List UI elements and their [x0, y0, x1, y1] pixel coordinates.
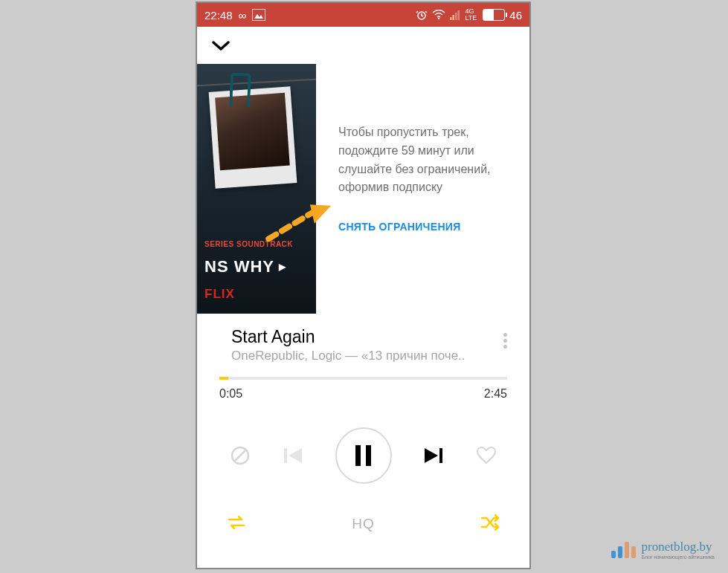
album-series-text: SERIES SOUNDTRACK [204, 240, 293, 248]
infinity-icon: ∞ [239, 9, 247, 22]
phone-screenshot: 22:48 ∞ 4GLTE 46 SERIES SOUNDTRACK NS WH… [196, 1, 531, 569]
track-artist: OneRepublic, Logic — «13 причин поче.. [231, 349, 503, 363]
watermark-text: pronetblog.by [642, 540, 715, 554]
more-options-button[interactable] [503, 327, 507, 349]
svg-marker-11 [289, 448, 302, 463]
time-elapsed: 0:05 [219, 387, 242, 401]
next-button[interactable] [421, 444, 445, 467]
repeat-button[interactable] [225, 514, 248, 534]
svg-rect-4 [450, 17, 452, 20]
lte-indicator: 4GLTE [465, 8, 477, 22]
content-area: SERIES SOUNDTRACK NS WHY▶ FLIX Чтобы про… [197, 64, 529, 314]
promo-message: Чтобы пропустить трек, подождите 59 мину… [338, 123, 509, 197]
shuffle-button[interactable] [479, 514, 501, 534]
player-top-bar [197, 27, 529, 64]
like-button[interactable] [474, 444, 498, 467]
wifi-icon [432, 10, 445, 20]
alarm-icon [416, 9, 428, 21]
album-title-text: NS WHY▶ [204, 257, 286, 276]
status-time: 22:48 [204, 9, 233, 22]
album-art[interactable]: SERIES SOUNDTRACK NS WHY▶ FLIX [197, 64, 316, 314]
previous-button[interactable] [282, 444, 306, 467]
collapse-icon[interactable] [210, 34, 231, 57]
progress-section: 0:05 2:45 [197, 368, 529, 401]
signal-icon [450, 10, 460, 20]
album-brand-text: FLIX [204, 287, 235, 302]
svg-rect-7 [458, 10, 460, 20]
svg-rect-5 [453, 15, 455, 20]
image-icon [252, 9, 265, 21]
svg-marker-1 [254, 14, 263, 19]
svg-rect-6 [455, 13, 457, 20]
bottom-controls: HQ [197, 484, 529, 534]
svg-point-3 [438, 18, 439, 19]
svg-rect-10 [284, 448, 287, 463]
track-title: Start Again [231, 327, 503, 347]
track-info: Start Again OneRepublic, Logic — «13 при… [197, 314, 529, 368]
remove-limits-link[interactable]: СНЯТЬ ОГРАНИЧЕНИЯ [338, 219, 509, 236]
hq-button[interactable]: HQ [352, 516, 375, 532]
pause-icon [355, 445, 371, 466]
time-total: 2:45 [484, 387, 507, 401]
watermark-logo [611, 542, 636, 558]
status-bar: 22:48 ∞ 4GLTE 46 [197, 3, 529, 27]
watermark-subtitle: Блог начинающего айтишника [642, 554, 715, 560]
battery-icon [483, 9, 505, 21]
promo-panel: Чтобы пропустить трек, подождите 59 мину… [316, 64, 529, 314]
svg-rect-13 [439, 448, 442, 463]
svg-rect-0 [252, 9, 265, 21]
watermark: pronetblog.by Блог начинающего айтишника [611, 540, 715, 560]
svg-marker-12 [425, 448, 438, 463]
pause-button[interactable] [335, 427, 392, 484]
block-icon[interactable] [228, 444, 252, 467]
svg-line-9 [234, 450, 246, 462]
battery-percent: 46 [509, 9, 522, 22]
player-controls [197, 401, 529, 484]
progress-bar[interactable] [219, 377, 507, 380]
